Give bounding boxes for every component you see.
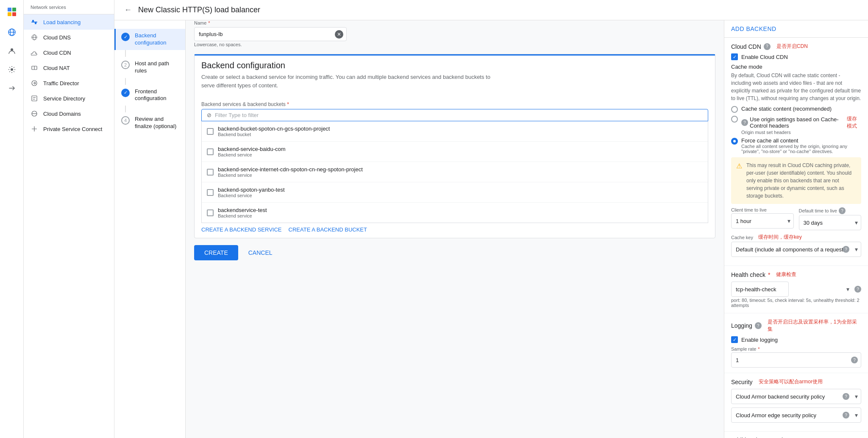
health-check-arrow: ▾ <box>846 286 849 293</box>
steps-panel: ✓ Backend configuration 2 Host and path … <box>114 20 186 438</box>
cache-key-chinese: 缓存时间，缓存key <box>758 234 802 241</box>
default-ttl-col: Default time to live ? 30 days ▾ <box>799 207 862 230</box>
force-cache-radio[interactable] <box>731 138 738 145</box>
use-origin-help[interactable]: ? <box>741 119 748 126</box>
sidebar-icon-network[interactable] <box>3 24 20 41</box>
add-backend-section: ADD BACKEND <box>724 20 868 38</box>
sample-rate-help[interactable]: ? <box>851 357 858 363</box>
backend-checkbox-2[interactable] <box>207 169 214 176</box>
backend-item-3[interactable]: backend-spoton-yanbo-test Backend servic… <box>202 182 708 203</box>
backend-checkbox-0[interactable] <box>207 128 214 135</box>
sample-rate-input[interactable] <box>731 352 861 368</box>
nav-item-traffic-director[interactable]: Traffic Director <box>24 75 114 91</box>
cloud-dns-icon <box>31 33 38 41</box>
health-check-select[interactable]: tcp-health-check <box>731 282 789 297</box>
use-origin-radio[interactable] <box>731 116 738 123</box>
client-ttl-select[interactable]: 1 hour <box>731 213 794 229</box>
cache-static-radio[interactable] <box>731 106 738 113</box>
backend-item-2[interactable]: backend-service-internet-cdn-spoton-cn-n… <box>202 162 708 182</box>
use-origin-label: Use origin settings based on Cache-Contr… <box>750 116 842 129</box>
warning-text: This may result in Cloud CDN caching pri… <box>746 162 856 200</box>
form-area: Name * ✕ Lowercase, no spaces. Backend c… <box>186 20 724 438</box>
svg-rect-1 <box>12 8 16 11</box>
create-backend-bucket-btn[interactable]: CREATE A BACKEND BUCKET <box>289 226 367 233</box>
sidebar-icon-routing[interactable] <box>3 80 20 97</box>
default-ttl-select[interactable]: 30 days <box>799 215 862 230</box>
cloud-cdn-icon <box>31 49 38 56</box>
cache-static-label: Cache static content (recommended) <box>741 106 832 112</box>
cache-key-help[interactable]: ? <box>843 246 849 253</box>
nav-item-private-service-connect[interactable]: Private Service Connect <box>24 121 114 137</box>
ttl-row: Client time to live 1 hour ▾ Default tim… <box>731 207 861 230</box>
svg-rect-0 <box>8 8 11 11</box>
nav-label-load-balancing: Load balancing <box>43 19 81 25</box>
step-frontend-config[interactable]: ✓ Frontend configuration <box>114 85 185 106</box>
right-panel: ADD BACKEND Cloud CDN ? 是否开启CDN Enable C… <box>724 20 868 438</box>
backend-item-4[interactable]: backendservice-test Backend service <box>202 203 708 223</box>
services-label: Backend services & backend buckets * <box>201 101 708 107</box>
client-ttl-col: Client time to live 1 hour ▾ <box>731 207 794 230</box>
svg-rect-3 <box>12 12 16 16</box>
security-title: Security 安全策略可以配合armor使用 <box>731 378 861 385</box>
cache-key-wrapper: Default (include all components of a req… <box>731 242 861 257</box>
enable-cdn-checkbox[interactable] <box>731 53 738 60</box>
security-section: Security 安全策略可以配合armor使用 Cloud Armor bac… <box>724 373 868 432</box>
step-backend-config[interactable]: ✓ Backend configuration <box>114 29 185 50</box>
cache-static-option[interactable]: Cache static content (recommended) <box>731 106 861 113</box>
create-backend-service-btn[interactable]: CREATE A BACKEND SERVICE <box>201 226 282 233</box>
health-check-row: tcp-health-check ▾ ? <box>731 282 861 297</box>
nav-item-cloud-domains[interactable]: Cloud Domains <box>24 106 114 121</box>
client-ttl-wrapper: 1 hour ▾ <box>731 213 794 229</box>
nav-item-cloud-dns[interactable]: Cloud DNS <box>24 30 114 45</box>
main-header: ← New Classic HTTP(S) load balancer <box>114 0 868 20</box>
name-input[interactable] <box>194 27 347 41</box>
left-nav: Network services Load balancing Cloud DN… <box>24 0 114 438</box>
use-origin-option[interactable]: ? Use origin settings based on Cache-Con… <box>731 115 861 135</box>
default-ttl-help[interactable]: ? <box>839 207 846 214</box>
main-content: ← New Classic HTTP(S) load balancer ✓ Ba… <box>114 0 868 438</box>
nav-item-load-balancing[interactable]: Load balancing <box>24 14 114 30</box>
backend-security-select[interactable]: Cloud Armor backend security policy <box>731 389 861 404</box>
sidebar-icon-account[interactable] <box>3 42 20 59</box>
nav-item-service-directory[interactable]: Service Directory <box>24 91 114 106</box>
backend-item-1[interactable]: backend-service-baidu-com Backend servic… <box>202 142 708 162</box>
backend-item-content-1: backend-service-baidu-com Backend servic… <box>218 146 286 157</box>
cache-key-label: Cache key 缓存时间，缓存key <box>731 234 861 241</box>
back-button[interactable]: ← <box>121 3 135 17</box>
add-backend-button[interactable]: ADD BACKEND <box>731 25 776 32</box>
cloud-cdn-help[interactable]: ? <box>764 43 771 50</box>
cancel-button[interactable]: CANCEL <box>242 245 279 260</box>
load-balancing-icon <box>31 18 38 26</box>
backend-security-help[interactable]: ? <box>843 393 849 400</box>
nav-label-cloud-domains: Cloud Domains <box>43 111 81 117</box>
client-ttl-label: Client time to live <box>731 207 794 212</box>
enable-logging-checkbox[interactable] <box>731 336 738 343</box>
health-check-title: Health check * 健康检查 <box>731 271 861 278</box>
services-label-area: Backend services & backend buckets * ⊘ F… <box>195 100 715 121</box>
backend-item-0[interactable]: backend-bucket-spoton-cn-gcs-spoton-proj… <box>202 121 708 142</box>
nav-item-cloud-nat[interactable]: Cloud NAT <box>24 60 114 75</box>
back-icon: ← <box>124 6 132 14</box>
edge-security-help[interactable]: ? <box>843 412 849 418</box>
svg-rect-2 <box>8 12 11 16</box>
use-origin-chinese: 缓存模式 <box>847 115 861 130</box>
backend-checkbox-3[interactable] <box>207 189 214 196</box>
backend-checkbox-1[interactable] <box>207 148 214 155</box>
health-check-help[interactable]: ? <box>854 286 861 293</box>
create-button[interactable]: CREATE <box>194 245 238 260</box>
step-host-path[interactable]: 2 Host and path rules <box>114 57 185 78</box>
nav-item-cloud-cdn[interactable]: Cloud CDN <box>24 45 114 60</box>
logging-help[interactable]: ? <box>755 322 762 329</box>
step-review[interactable]: 4 Review and finalize (optional) <box>114 112 185 134</box>
sidebar-icon-settings[interactable] <box>3 61 20 78</box>
traffic-director-icon <box>31 79 38 87</box>
backend-checkbox-4[interactable] <box>207 209 214 216</box>
svg-point-8 <box>11 68 13 71</box>
step-indicator-2: 2 <box>121 61 130 69</box>
name-clear-button[interactable]: ✕ <box>335 30 343 39</box>
enable-cdn-row: Enable Cloud CDN <box>731 53 861 60</box>
edge-security-select[interactable]: Cloud Armor edge security policy <box>731 407 861 423</box>
cache-key-select[interactable]: Default (include all components of a req… <box>731 242 861 257</box>
force-cache-option[interactable]: Force cache all content Cache all conten… <box>731 137 861 154</box>
cloud-cdn-section: Cloud CDN ? 是否开启CDN Enable Cloud CDN Cac… <box>724 38 868 266</box>
